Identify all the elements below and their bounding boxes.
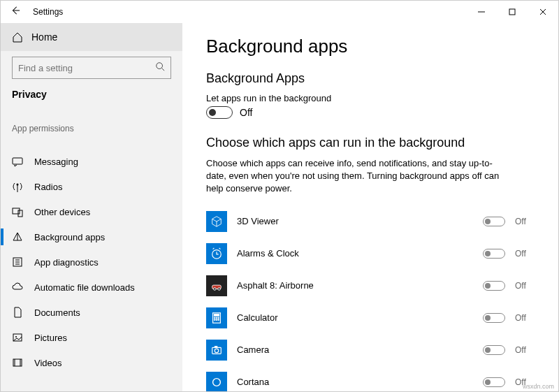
- svg-point-12: [214, 287, 217, 290]
- sidebar-item-label: App diagnostics: [34, 257, 99, 268]
- app-toggle-state: Off: [515, 217, 535, 226]
- sidebar-item-label: Documents: [34, 307, 80, 318]
- sidebar-item-app-diagnostics[interactable]: App diagnostics: [1, 249, 182, 275]
- window-title: Settings: [33, 7, 63, 17]
- sidebar-item-background-apps[interactable]: Background apps: [1, 224, 182, 249]
- sidebar-item-radios[interactable]: Radios: [1, 174, 182, 199]
- svg-point-13: [218, 287, 221, 290]
- minimize-button[interactable]: [466, 1, 497, 23]
- app-row-3d-viewer: 3D Viewer Off: [206, 205, 535, 238]
- app-name: Asphalt 8: Airborne: [237, 280, 473, 291]
- search-box[interactable]: [12, 57, 171, 79]
- master-heading: Background Apps: [206, 71, 535, 86]
- svg-rect-0: [509, 9, 515, 15]
- master-toggle[interactable]: [206, 106, 233, 119]
- svg-point-21: [218, 319, 219, 320]
- app-name: Cortana: [237, 377, 473, 387]
- svg-point-25: [213, 378, 221, 386]
- sidebar-item-label: Background apps: [34, 232, 105, 242]
- svg-point-18: [218, 317, 219, 319]
- documents-icon: [12, 307, 23, 318]
- maximize-button[interactable]: [497, 1, 528, 23]
- svg-point-3: [17, 184, 19, 186]
- master-toggle-state: Off: [240, 107, 252, 118]
- app-row-alarms: Alarms & Clock Off: [206, 238, 535, 270]
- sidebar-item-documents[interactable]: Documents: [1, 300, 182, 325]
- app-toggle-state: Off: [515, 281, 535, 291]
- sidebar-section: Privacy: [1, 85, 182, 110]
- sidebar-item-pictures[interactable]: Pictures: [1, 325, 182, 350]
- sidebar-item-videos[interactable]: Videos: [1, 350, 182, 375]
- app-toggle-state: Off: [515, 313, 535, 323]
- app-toggle[interactable]: [483, 345, 505, 355]
- choose-description: Choose which apps can receive info, send…: [206, 157, 500, 196]
- app-toggle[interactable]: [483, 217, 505, 226]
- app-toggle-state: Off: [515, 249, 535, 259]
- svg-point-19: [214, 319, 215, 320]
- sidebar-item-other-devices[interactable]: Other devices: [1, 199, 182, 224]
- camera-icon: [206, 340, 227, 361]
- sidebar-home[interactable]: Home: [1, 23, 182, 51]
- alarms-icon: [206, 243, 227, 264]
- sidebar-item-auto-downloads[interactable]: Automatic file downloads: [1, 275, 182, 300]
- svg-point-23: [215, 349, 218, 352]
- sidebar-home-label: Home: [31, 31, 57, 43]
- app-name: 3D Viewer: [237, 216, 473, 226]
- tasks-icon: [12, 136, 23, 147]
- app-row-calculator: Calculator Off: [206, 302, 535, 334]
- app-toggle-state: Off: [515, 345, 535, 355]
- asphalt-icon: [206, 275, 227, 296]
- sidebar-item-tasks[interactable]: Tasks: [1, 136, 182, 149]
- app-toggle[interactable]: [483, 249, 505, 259]
- svg-point-1: [157, 63, 163, 69]
- svg-point-8: [15, 336, 17, 337]
- app-toggle[interactable]: [483, 281, 505, 291]
- sidebar-item-label: Messaging: [34, 157, 78, 167]
- app-toggle[interactable]: [483, 377, 505, 387]
- app-row-asphalt: Asphalt 8: Airborne Off: [206, 270, 535, 302]
- videos-icon: [12, 357, 23, 368]
- choose-heading: Choose which apps can run in the backgro…: [206, 136, 535, 150]
- radios-icon: [12, 181, 23, 192]
- sidebar-item-messaging[interactable]: Messaging: [1, 149, 182, 174]
- svg-rect-24: [215, 346, 217, 347]
- sidebar: Home Privacy App permissions Tasks Messa…: [1, 23, 182, 391]
- app-name: Camera: [237, 344, 473, 355]
- cloud-download-icon: [12, 282, 23, 293]
- search-icon: [155, 61, 165, 74]
- close-button[interactable]: [528, 1, 558, 23]
- devices-icon: [12, 206, 23, 217]
- messaging-icon: [12, 156, 23, 167]
- app-name: Calculator: [237, 312, 473, 323]
- sidebar-item-label: Radios: [34, 182, 62, 192]
- sidebar-item-label: Automatic file downloads: [34, 282, 135, 293]
- watermark: wsxdn.com: [523, 383, 554, 390]
- home-icon: [12, 31, 23, 43]
- app-row-cortana: Cortana Off: [206, 366, 535, 391]
- sidebar-item-label: Videos: [34, 358, 62, 368]
- sidebar-item-label: Other devices: [34, 207, 90, 217]
- diagnostics-icon: [12, 256, 23, 268]
- app-row-camera: Camera Off: [206, 334, 535, 366]
- cortana-icon: [206, 372, 227, 391]
- svg-point-16: [214, 317, 215, 319]
- calculator-icon: [206, 307, 227, 328]
- 3d-viewer-icon: [206, 211, 227, 232]
- svg-rect-15: [214, 314, 219, 316]
- svg-rect-2: [13, 158, 22, 164]
- master-label: Let apps run in the background: [206, 93, 535, 103]
- background-apps-icon: [12, 231, 23, 242]
- app-name: Alarms & Clock: [237, 248, 473, 259]
- svg-point-17: [216, 317, 217, 319]
- titlebar: Settings: [1, 1, 558, 23]
- pictures-icon: [12, 332, 23, 343]
- main-panel: Background apps Background Apps Let apps…: [182, 23, 558, 391]
- sidebar-item-label: Pictures: [34, 333, 67, 343]
- app-toggle[interactable]: [483, 313, 505, 323]
- search-input[interactable]: [18, 63, 136, 73]
- back-icon[interactable]: [10, 6, 20, 18]
- sidebar-group: App permissions: [1, 118, 182, 136]
- page-title: Background apps: [206, 36, 535, 57]
- svg-point-20: [216, 319, 217, 320]
